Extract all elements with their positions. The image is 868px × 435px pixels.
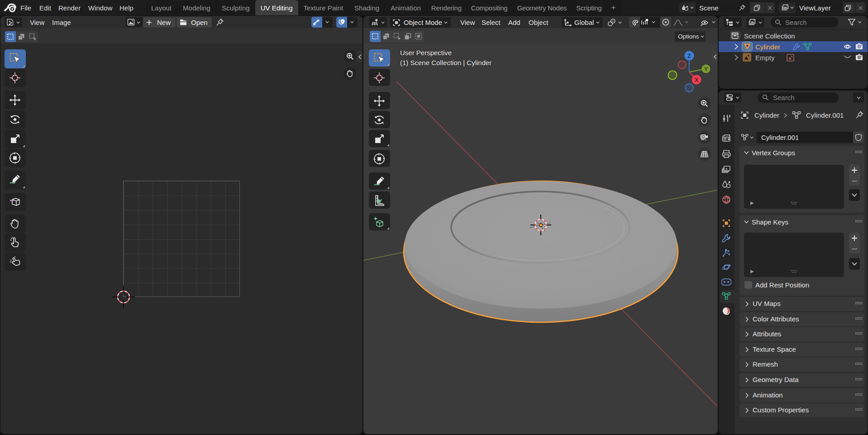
svg-text:X: X: [695, 77, 698, 83]
svg-text:Z: Z: [687, 53, 691, 59]
svg-text:Y: Y: [704, 66, 708, 72]
